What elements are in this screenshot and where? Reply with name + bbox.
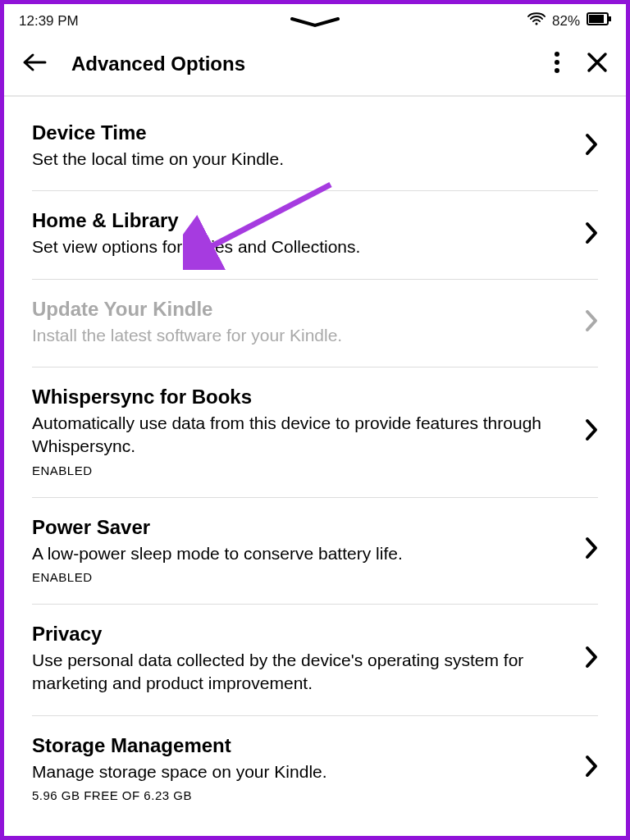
row-whispersync[interactable]: Whispersync for Books Automatically use … [32,368,598,498]
row-status: 5.96 GB FREE OF 6.23 GB [32,788,568,802]
row-privacy[interactable]: Privacy Use personal data collected by t… [32,605,598,716]
chevron-right-icon [585,646,598,672]
row-desc: Install the latest software for your Kin… [32,324,568,347]
svg-rect-3 [609,16,611,21]
row-update-kindle: Update Your Kindle Install the latest so… [32,280,598,368]
row-title: Home & Library [32,209,568,232]
status-right: 82% [527,12,611,30]
chevron-right-icon [585,755,598,781]
row-device-time[interactable]: Device Time Set the local time on your K… [32,97,598,191]
svg-point-0 [535,23,537,25]
row-title: Power Saver [32,516,568,539]
row-title: Update Your Kindle [32,298,568,321]
row-desc: Automatically use data from this device … [32,412,568,459]
row-status: ENABLED [32,463,568,477]
row-text: Power Saver A low-power sleep mode to co… [32,516,585,584]
swipe-handle-icon[interactable] [290,17,340,29]
row-home-library[interactable]: Home & Library Set view options for seri… [32,191,598,279]
row-title: Privacy [32,623,568,646]
chevron-right-icon [585,309,598,336]
back-button[interactable] [22,52,47,75]
row-desc: Use personal data collected by the devic… [32,649,568,696]
row-title: Device Time [32,121,568,144]
chevron-right-icon [585,536,598,563]
row-storage-management[interactable]: Storage Management Manage storage space … [32,716,598,822]
row-text: Privacy Use personal data collected by t… [32,623,585,696]
battery-icon [587,12,611,30]
row-desc: Set view options for series and Collecti… [32,235,568,258]
row-desc: A low-power sleep mode to conserve batte… [32,542,568,565]
row-text: Home & Library Set view options for seri… [32,209,585,258]
chevron-right-icon [585,418,598,445]
chevron-right-icon [585,133,598,159]
clock-text: 12:39 PM [19,13,79,30]
row-text: Whispersync for Books Automatically use … [32,386,585,477]
svg-point-5 [555,60,559,65]
header: Advanced Options [4,34,626,97]
header-right [554,51,608,77]
row-desc: Set the local time on your Kindle. [32,148,568,171]
wifi-icon [527,12,546,30]
row-title: Storage Management [32,734,568,757]
battery-pct-text: 82% [552,13,580,30]
row-text: Device Time Set the local time on your K… [32,121,585,171]
menu-button[interactable] [554,51,560,77]
settings-list: Device Time Set the local time on your K… [4,97,626,822]
row-text: Update Your Kindle Install the latest so… [32,298,585,347]
row-desc: Manage storage space on your Kindle. [32,760,568,783]
row-status: ENABLED [32,570,568,584]
chevron-right-icon [585,221,598,248]
row-power-saver[interactable]: Power Saver A low-power sleep mode to co… [32,498,598,605]
svg-point-6 [555,68,559,73]
row-text: Storage Management Manage storage space … [32,734,585,802]
page-title: Advanced Options [71,52,245,75]
close-button[interactable] [587,52,608,76]
header-left: Advanced Options [22,52,245,75]
row-title: Whispersync for Books [32,386,568,409]
svg-rect-2 [589,15,604,23]
svg-point-4 [555,52,559,57]
